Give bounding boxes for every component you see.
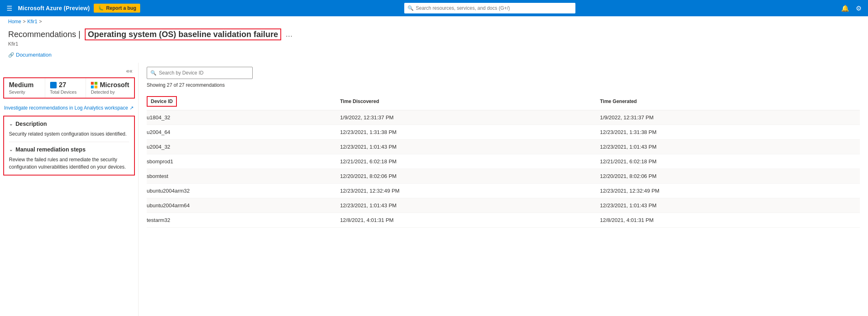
cell-time-discovered: 12/21/2021, 6:02:18 PM (340, 154, 600, 169)
device-id-search-input[interactable] (159, 70, 249, 76)
breadcrumb: Home > Kfir1 > (0, 16, 868, 27)
devices-label: Total Devices (50, 90, 81, 94)
cell-time-generated: 12/8/2021, 4:01:31 PM (600, 213, 860, 228)
table-row[interactable]: testarm32 12/8/2021, 4:01:31 PM 12/8/202… (147, 213, 860, 228)
devices-stat: 27 Total Devices (45, 78, 86, 98)
svg-rect-2 (91, 86, 94, 88)
global-search-area: 🔍 (144, 3, 835, 13)
collapse-panel-button[interactable]: «« (124, 67, 134, 75)
cell-device-id: u2004_32 (147, 140, 340, 154)
cell-device-id: u2004_64 (147, 125, 340, 140)
app-title: Microsoft Azure (Preview) (18, 5, 90, 11)
cell-device-id: ubuntu2004arm32 (147, 184, 340, 198)
cell-time-discovered: 12/23/2021, 12:32:49 PM (340, 184, 600, 198)
table-row[interactable]: u2004_64 12/23/2021, 1:31:38 PM 12/23/20… (147, 125, 860, 140)
cell-time-generated: 12/20/2021, 8:02:06 PM (600, 169, 860, 184)
chevron-down-icon: ⌄ (9, 121, 13, 127)
topbar-icons: 🔔 ⚙ (839, 3, 863, 14)
microsoft-logo-icon (91, 82, 97, 88)
cell-time-discovered: 12/23/2021, 1:31:38 PM (340, 125, 600, 140)
breadcrumb-home[interactable]: Home (8, 19, 21, 24)
right-panel: 🔍 Showing 27 of 27 recommendations Devic… (139, 63, 868, 316)
recommendations-table: Device ID Time Discovered Time Generated… (147, 93, 860, 228)
search-icon: 🔍 (408, 5, 414, 11)
report-bug-button[interactable]: 🐛 Report a bug (94, 4, 140, 13)
search-bar: 🔍 (147, 67, 253, 79)
main-layout: «« Medium Severity 27 Total Devices (0, 63, 868, 316)
cell-time-generated: 12/23/2021, 1:31:38 PM (600, 125, 860, 140)
cell-device-id: u1804_32 (147, 110, 340, 125)
page-subtitle: Kfir1 (0, 41, 868, 50)
cell-time-generated: 12/23/2021, 1:01:43 PM (600, 140, 860, 154)
investigate-link[interactable]: Investigate recommendations in Log Analy… (4, 105, 134, 111)
table-row[interactable]: sbomtest 12/20/2021, 8:02:06 PM 12/20/20… (147, 169, 860, 184)
external-link-icon: ↗ (130, 105, 134, 111)
bug-icon: 🐛 (98, 5, 104, 11)
remediation-title: Manual remediation steps (15, 146, 86, 153)
cell-time-discovered: 12/20/2021, 8:02:06 PM (340, 169, 600, 184)
remediation-body: Review the failed rules and remediate th… (9, 156, 129, 171)
global-search-input[interactable] (404, 3, 575, 13)
col-time-generated: Time Generated (600, 93, 860, 110)
topbar: ☰ Microsoft Azure (Preview) 🐛 Report a b… (0, 0, 868, 16)
cell-device-id: sbomtest (147, 169, 340, 184)
chevron-down-icon-2: ⌄ (9, 147, 13, 152)
remediation-header[interactable]: ⌄ Manual remediation steps (9, 146, 129, 153)
detected-by-stat: Microsoft Detected by (86, 78, 134, 98)
cell-time-generated: 1/9/2022, 12:31:37 PM (600, 110, 860, 125)
external-link-icon: 🔗 (8, 52, 14, 58)
svg-rect-1 (95, 82, 97, 85)
description-title: Description (15, 121, 47, 127)
breadcrumb-kfir1[interactable]: Kfir1 (27, 19, 37, 24)
col-time-discovered: Time Discovered (340, 93, 600, 110)
cell-device-id: ubuntu2004arm64 (147, 198, 340, 213)
cell-time-generated: 12/23/2021, 1:01:43 PM (600, 198, 860, 213)
cell-time-generated: 12/23/2021, 12:32:49 PM (600, 184, 860, 198)
section-divider (9, 142, 129, 142)
cell-time-discovered: 12/23/2021, 1:01:43 PM (340, 198, 600, 213)
devices-icon (50, 82, 57, 88)
cell-time-discovered: 12/23/2021, 1:01:43 PM (340, 140, 600, 154)
devices-value: 27 (50, 81, 81, 89)
cell-device-id: testarm32 (147, 213, 340, 228)
cell-device-id: sbomprod1 (147, 154, 340, 169)
investigate-link-row: Investigate recommendations in Log Analy… (0, 103, 138, 116)
search-bar-row: 🔍 (147, 67, 860, 79)
table-row[interactable]: ubuntu2004arm32 12/23/2021, 12:32:49 PM … (147, 184, 860, 198)
table-row[interactable]: ubuntu2004arm64 12/23/2021, 1:01:43 PM 1… (147, 198, 860, 213)
col-device-id: Device ID (147, 93, 340, 110)
severity-label: Severity (9, 90, 40, 94)
cell-time-discovered: 12/8/2021, 4:01:31 PM (340, 213, 600, 228)
showing-text: Showing 27 of 27 recommendations (147, 82, 860, 88)
description-header[interactable]: ⌄ Description (9, 121, 129, 127)
doc-link-row: 🔗 Documentation (0, 50, 868, 63)
settings-icon[interactable]: ⚙ (854, 3, 863, 14)
description-body: Security related system configuration is… (9, 130, 129, 138)
description-remediation-box: ⌄ Description Security related system co… (3, 116, 135, 176)
severity-stat: Medium Severity (4, 78, 45, 98)
left-panel: «« Medium Severity 27 Total Devices (0, 63, 139, 316)
svg-rect-3 (95, 86, 97, 88)
detected-by-label: Detected by (91, 90, 129, 94)
svg-rect-0 (91, 82, 94, 85)
page-title-area: Recommendations | Operating system (OS) … (0, 27, 868, 41)
hamburger-icon[interactable]: ☰ (5, 3, 14, 14)
page-title-ellipsis[interactable]: … (285, 30, 293, 39)
page-title-label: Recommendations | (8, 30, 81, 39)
stats-row: Medium Severity 27 Total Devices (3, 77, 135, 99)
table-row[interactable]: u2004_32 12/23/2021, 1:01:43 PM 12/23/20… (147, 140, 860, 154)
search-icon: 🔍 (150, 70, 156, 76)
detected-by-value: Microsoft (91, 81, 129, 89)
table-row[interactable]: u1804_32 1/9/2022, 12:31:37 PM 1/9/2022,… (147, 110, 860, 125)
documentation-link[interactable]: Documentation (16, 52, 51, 58)
severity-value: Medium (9, 81, 40, 89)
cell-time-discovered: 1/9/2022, 12:31:37 PM (340, 110, 600, 125)
table-row[interactable]: sbomprod1 12/21/2021, 6:02:18 PM 12/21/2… (147, 154, 860, 169)
page-title-highlight: Operating system (OS) baseline validatio… (85, 29, 282, 40)
cell-time-generated: 12/21/2021, 6:02:18 PM (600, 154, 860, 169)
notifications-icon[interactable]: 🔔 (839, 3, 851, 14)
